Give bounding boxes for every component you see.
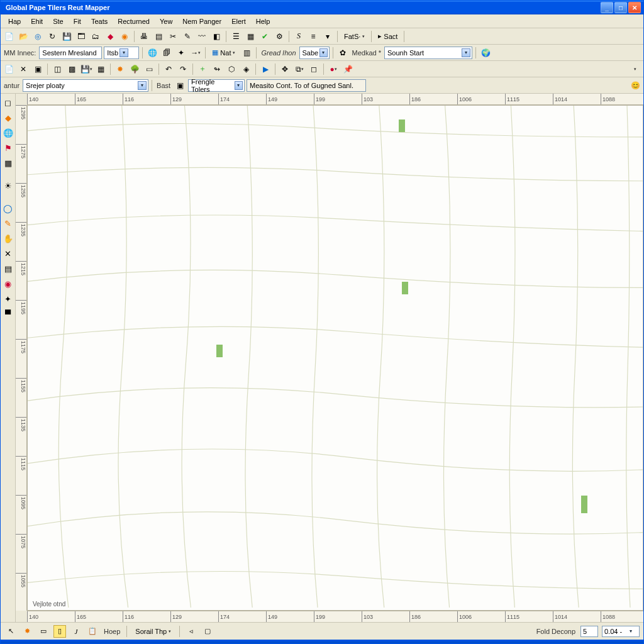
srejer-dropdown[interactable]: Srejer ploaty▾ xyxy=(23,79,148,92)
docs-icon[interactable]: 🗐 xyxy=(160,47,173,59)
layers-icon[interactable]: ☰ xyxy=(230,30,242,43)
dropdown-icon[interactable]: ▾ xyxy=(321,30,334,43)
pen-icon[interactable]: ✎ xyxy=(181,30,194,43)
eraser-icon[interactable]: ◧ xyxy=(210,30,223,43)
south-dropdown[interactable]: Sounh Start▾ xyxy=(384,47,472,59)
fat-button[interactable]: FatS·▾ xyxy=(341,30,368,43)
refresh-icon[interactable]: ↻ xyxy=(46,30,58,43)
close-button[interactable]: ✕ xyxy=(628,2,641,13)
file-icon[interactable]: 📄 xyxy=(3,63,15,75)
menu-teats[interactable]: Teats xyxy=(86,16,113,26)
table-tool-icon[interactable]: ▦ xyxy=(2,157,14,169)
check-icon[interactable]: ✔ xyxy=(258,30,271,43)
measito-field[interactable]: Measito Cont. To of Gugned Sanl. xyxy=(247,79,366,92)
config-icon[interactable]: ⚙ xyxy=(273,30,286,43)
print-icon[interactable]: 🖶 xyxy=(138,30,150,43)
dot-icon[interactable]: ●▾ xyxy=(327,63,340,75)
apply-icon[interactable]: ✿ xyxy=(336,47,349,59)
undo-icon[interactable]: ↶ xyxy=(162,63,175,75)
map-canvas[interactable]: Vejlote otnd xyxy=(27,105,643,611)
clear-icon[interactable]: ✕ xyxy=(17,63,30,75)
status-extra-dropdown[interactable]: 0.04 -▾ xyxy=(602,626,640,637)
menu-hap[interactable]: Hap xyxy=(3,16,26,26)
status-soral-button[interactable]: Sorail Thp ▾ xyxy=(132,625,174,638)
waypt-icon[interactable]: ◈ xyxy=(240,63,252,75)
flow-icon[interactable]: ↬ xyxy=(211,63,223,75)
hand-tool-icon[interactable]: ✋ xyxy=(2,232,14,245)
star-icon[interactable]: ✸ xyxy=(114,63,126,75)
pick2-icon[interactable]: ✥ xyxy=(279,63,291,75)
menu-ste[interactable]: Ste xyxy=(48,16,69,26)
status-highlight-icon[interactable]: ▯ xyxy=(53,625,66,638)
status-text-icon[interactable]: J xyxy=(70,625,82,638)
plus-icon[interactable]: ＋ xyxy=(196,63,209,75)
menu-fit[interactable]: Fit xyxy=(69,16,86,26)
grid-icon[interactable]: ▦ xyxy=(94,63,107,75)
symbol-tool-icon[interactable]: ✦ xyxy=(2,292,14,305)
brush-icon[interactable]: 〰 xyxy=(196,30,208,43)
arrow-icon[interactable]: →▾ xyxy=(189,47,202,59)
menu-yew[interactable]: Yew xyxy=(155,16,177,26)
bast-icon[interactable]: ▣ xyxy=(174,79,186,92)
redo-icon[interactable]: ↷ xyxy=(177,63,189,75)
flag-tool-icon[interactable]: ⚑ xyxy=(2,142,14,154)
draw-tool-icon[interactable]: ✎ xyxy=(2,217,14,230)
ruler-horizontal-bottom[interactable]: 1401651161291741491991031861006111510141… xyxy=(27,611,643,622)
paint-tool-icon[interactable]: ◆ xyxy=(2,111,14,124)
save-icon[interactable]: 💾 xyxy=(60,30,73,43)
menu-recturned[interactable]: Recturned xyxy=(113,16,155,26)
menu-nempanger[interactable]: Nem Panger xyxy=(177,16,226,26)
stack-icon[interactable]: 🗂 xyxy=(89,30,102,43)
menu-elert[interactable]: Elert xyxy=(226,16,251,26)
window-icon[interactable]: 🗔 xyxy=(75,30,87,43)
select-tool-icon[interactable]: ◻ xyxy=(2,96,14,109)
menu-ehit[interactable]: Ehit xyxy=(26,16,48,26)
new-icon[interactable]: 📄 xyxy=(3,30,15,43)
box1-icon[interactable]: ◫ xyxy=(51,63,64,75)
maximize-button[interactable]: □ xyxy=(614,2,627,13)
ruler-horizontal[interactable]: 1401651161291741491991031861006111510141… xyxy=(27,94,643,105)
swatch-icon[interactable]: ▦ xyxy=(244,30,257,43)
list-icon[interactable]: ≡ xyxy=(307,30,319,43)
status-cursor-icon[interactable]: ↖ xyxy=(4,625,17,638)
box2-icon[interactable]: ▩ xyxy=(65,63,78,75)
cube-icon[interactable]: ▣ xyxy=(31,63,44,75)
world-icon[interactable]: 🌐 xyxy=(146,47,158,59)
status-clipboard-icon[interactable]: 📋 xyxy=(86,625,99,638)
menu-help[interactable]: Help xyxy=(251,16,275,26)
name-sub-dropdown[interactable]: Itsb▾ xyxy=(104,47,139,59)
status-box-icon[interactable]: ▭ xyxy=(37,625,50,638)
map-marker-2[interactable] xyxy=(216,345,223,357)
measure-tool-icon[interactable]: ✕ xyxy=(2,247,14,260)
disk-icon[interactable]: 💾▾ xyxy=(80,63,92,75)
link-icon[interactable]: ⧉▾ xyxy=(293,63,306,75)
pin-icon[interactable]: 📌 xyxy=(341,63,354,75)
frengle-dropdown[interactable]: Frengle Tolers▾ xyxy=(188,79,245,92)
chart-icon[interactable]: ▥ xyxy=(240,47,253,59)
target-icon[interactable]: ◉ xyxy=(118,30,131,43)
globe-icon[interactable]: ◎ xyxy=(31,30,44,43)
pick-icon[interactable]: ✦ xyxy=(175,47,187,59)
map-marker-4[interactable] xyxy=(581,496,587,513)
nt-button[interactable]: ▦ Nat▾ xyxy=(209,47,238,59)
status-paint-icon[interactable]: ✸ xyxy=(21,625,33,638)
sabe-dropdown[interactable]: Sabe▾ xyxy=(299,47,330,59)
frame-icon[interactable]: ◻ xyxy=(308,63,320,75)
name-dropdown[interactable]: Sestern Mresland xyxy=(39,47,102,59)
loop-tool-icon[interactable]: ◯ xyxy=(2,202,14,214)
more-icon[interactable]: ▾ xyxy=(629,63,641,75)
sheet-icon[interactable]: ▤ xyxy=(152,30,165,43)
table2-tool-icon[interactable]: ▀ xyxy=(2,308,14,320)
hex-icon[interactable]: ⬡ xyxy=(225,63,238,75)
tree-icon[interactable]: 🌳 xyxy=(128,63,141,75)
status-next-icon[interactable]: ▢ xyxy=(201,625,214,638)
map-marker-3[interactable] xyxy=(402,282,408,294)
globe2-icon[interactable]: 🌍 xyxy=(479,47,492,59)
globe-tool-icon[interactable]: 🌐 xyxy=(2,126,14,139)
emoji-icon[interactable]: 😊 xyxy=(629,79,641,92)
status-num-dropdown[interactable]: 5 xyxy=(580,626,598,637)
cut-icon[interactable]: ✂ xyxy=(167,30,179,43)
map-marker-1[interactable] xyxy=(399,119,405,132)
play-icon[interactable]: ▶ xyxy=(259,63,272,75)
open-icon[interactable]: 📂 xyxy=(17,30,30,43)
